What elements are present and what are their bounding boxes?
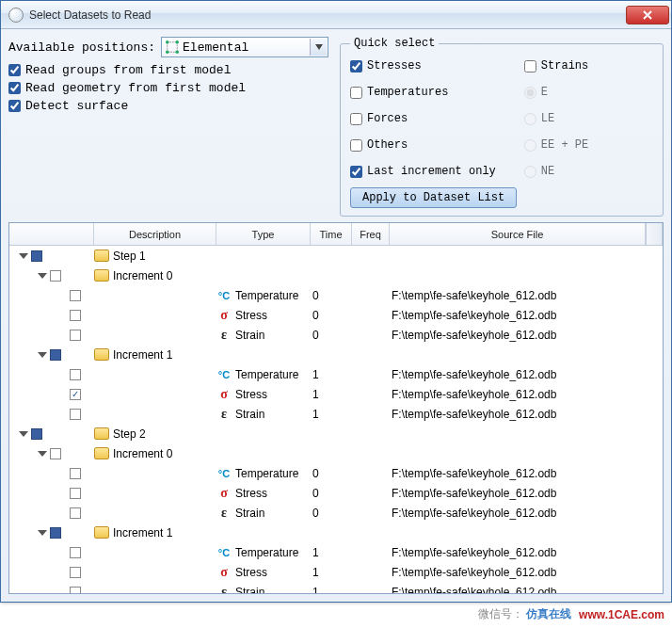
col-check[interactable] [9,223,94,245]
table-row[interactable]: Increment 0 [9,443,663,463]
check-strains[interactable]: Strains [524,59,588,72]
check-detect-surface[interactable]: Detect surface [8,99,328,113]
svg-point-2 [176,40,180,44]
checkbox-empty-icon[interactable] [70,369,81,380]
check-read-geometry[interactable]: Read geometry from first model [8,81,328,95]
col-desc[interactable]: Description [94,223,216,245]
svg-point-1 [166,40,169,44]
stress-icon: σ [216,388,232,401]
checkbox-empty-icon[interactable] [70,587,81,594]
top-panel: Available positions: Elemental [8,37,664,217]
checkbox-solid-icon[interactable] [31,428,42,440]
positions-label: Available positions: [8,40,155,55]
checkbox-empty-icon[interactable] [70,409,81,420]
folder-icon [94,447,109,459]
expander-icon[interactable] [38,530,47,536]
scrollbar-header-stub [646,223,663,245]
check-detect-surface-box[interactable] [8,100,21,112]
table-row[interactable]: εStrain1F:\temp\fe-safe\keyhole_612.odb [9,404,663,424]
table-row[interactable]: °CTemperature0F:\temp\fe-safe\keyhole_61… [9,285,663,305]
temperature-icon: °C [216,368,232,381]
close-icon [642,9,653,21]
checkbox-solid-icon[interactable] [31,250,42,262]
table-row[interactable]: εStrain1F:\temp\fe-safe\keyhole_612.odb [9,582,663,593]
col-type[interactable]: Type [216,223,311,245]
checkbox-empty-icon[interactable] [70,330,81,341]
titlebar[interactable]: Select Datasets to Read [1,1,671,29]
checkbox-empty-icon[interactable] [70,310,81,321]
checkbox-solid-icon[interactable] [50,349,61,361]
check-stresses[interactable]: Stresses [350,59,496,72]
table-row[interactable]: Increment 1 [9,345,663,364]
check-others[interactable]: Others [350,138,496,152]
table-row[interactable]: Step 2 [9,424,663,443]
table-row[interactable]: °CTemperature1F:\temp\fe-safe\keyhole_61… [9,542,663,562]
dialog-window: Select Datasets to Read Available positi… [0,0,672,603]
check-temperatures[interactable]: Temperatures [350,86,496,99]
col-src[interactable]: Source File [390,223,646,245]
strain-icon: ε [216,586,232,594]
check-forces[interactable]: Forces [350,112,496,125]
table-row[interactable]: °CTemperature0F:\temp\fe-safe\keyhole_61… [9,463,663,483]
expander-icon[interactable] [38,352,47,358]
chevron-down-icon [310,39,327,56]
table-body[interactable]: Step 1 Increment 0°CTemperature0F:\temp\… [9,246,663,593]
checkbox-checked-icon[interactable]: ✓ [70,389,81,400]
table-row[interactable]: σStress1F:\temp\fe-safe\keyhole_612.odb [9,562,663,582]
temperature-icon: °C [216,467,232,480]
table-row[interactable]: ✓σStress1F:\temp\fe-safe\keyhole_612.odb [9,384,663,404]
check-read-groups[interactable]: Read groups from first model [8,63,328,77]
table-row[interactable]: σStress0F:\temp\fe-safe\keyhole_612.odb [9,483,663,503]
folder-icon [94,269,109,282]
stress-icon: σ [216,309,232,322]
checkbox-solid-icon[interactable] [50,527,61,539]
checkbox-empty-icon[interactable] [70,290,81,301]
expander-icon[interactable] [19,253,28,259]
table-row[interactable]: σStress0F:\temp\fe-safe\keyhole_612.odb [9,305,663,325]
folder-icon [94,526,109,539]
radio-eepe: EE + PE [524,138,588,152]
checkbox-empty-icon[interactable] [50,448,61,459]
content-area: Available positions: Elemental [1,29,671,602]
checkbox-empty-icon[interactable] [70,507,81,519]
table-row[interactable]: Step 1 [9,246,663,266]
svg-rect-0 [168,42,178,53]
temperature-icon: °C [216,289,232,302]
checkbox-empty-icon[interactable] [70,547,81,558]
expander-icon[interactable] [38,273,47,279]
checkbox-empty-icon[interactable] [50,270,61,282]
expander-icon[interactable] [38,451,47,457]
svg-point-4 [176,51,180,55]
quick-select-group: Quick select Stresses Temperatures Force… [340,37,664,217]
close-button[interactable] [626,6,669,24]
check-last-increment[interactable]: Last increment only [350,165,496,178]
folder-icon [94,348,109,361]
table-row[interactable]: Increment 1 [9,523,663,542]
table-header: Description Type Time Freq Source File [9,223,663,246]
stress-icon: σ [216,566,232,579]
table-row[interactable]: °CTemperature1F:\temp\fe-safe\keyhole_61… [9,364,663,384]
expander-icon[interactable] [19,431,28,437]
checkbox-empty-icon[interactable] [70,488,81,499]
watermark-url: www.1CAE.com [579,608,664,621]
folder-icon [94,250,109,262]
temperature-icon: °C [216,546,232,559]
check-read-geometry-box[interactable] [8,82,21,94]
quick-select-legend: Quick select [350,37,439,50]
check-read-groups-box[interactable] [8,64,21,76]
col-freq[interactable]: Freq [352,223,390,245]
table-row[interactable]: Increment 0 [9,266,663,285]
checkbox-empty-icon[interactable] [70,567,81,578]
table-row[interactable]: εStrain0F:\temp\fe-safe\keyhole_612.odb [9,325,663,345]
radio-e: E [524,86,588,99]
positions-combo[interactable]: Elemental [161,37,328,57]
apply-button[interactable]: Apply to Dataset List [350,187,517,208]
table-row[interactable]: εStrain0F:\temp\fe-safe\keyhole_612.odb [9,503,663,523]
stress-icon: σ [216,487,232,500]
strain-icon: ε [216,329,232,342]
watermark-label: 微信号： 仿真在线 [478,606,571,622]
elemental-icon [166,40,179,54]
col-time[interactable]: Time [311,223,352,245]
dataset-table: Description Type Time Freq Source File S… [8,222,664,594]
checkbox-empty-icon[interactable] [70,468,81,479]
